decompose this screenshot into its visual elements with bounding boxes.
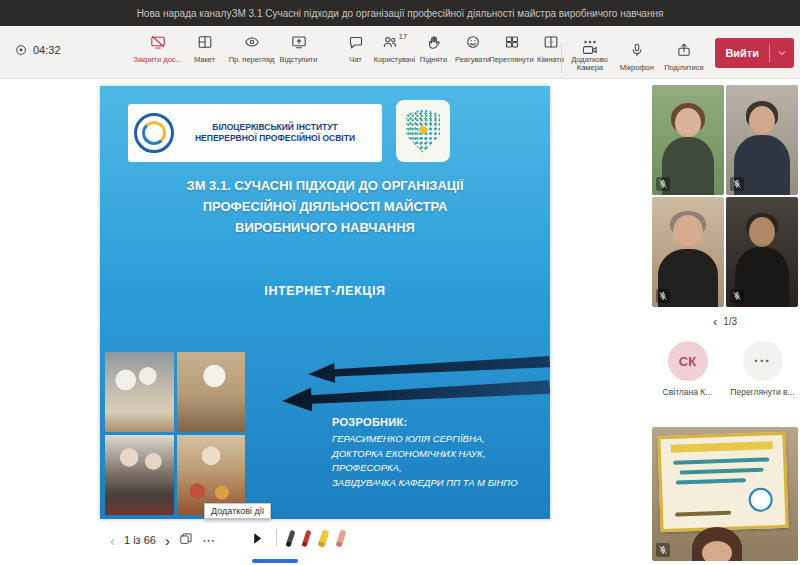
participant-face [675,108,701,138]
presenter-video-tile[interactable] [652,427,798,561]
participant-avatar-item[interactable]: СК Світлана К... [652,341,724,397]
leave-label: Вийти [715,47,769,59]
participant-face [749,106,775,136]
stop-sharing-button[interactable]: Закрити дос... [134,26,181,64]
present-button[interactable]: Відступити [275,26,322,64]
training-photo-1 [105,352,174,432]
meeting-title: Нова нарада каналуЗМ 3.1 Сучасні підходи… [137,8,664,19]
institute-name-line2: НЕПЕРЕРВНОЇ ПРОФЕСІЙНОЇ ОСВІТИ [174,133,376,144]
share-icon [676,42,692,58]
raise-hand-icon [426,34,442,50]
scroll-indicator[interactable] [252,559,298,563]
chevron-down-icon [776,47,788,59]
meeting-timer: 04:32 [14,43,61,57]
smiley-icon [465,34,481,50]
share-label: Поділитися [664,63,703,72]
camera-button[interactable]: Камера [566,34,613,72]
more-actions-tooltip: Додаткові дії [204,503,271,519]
window-titlebar: Нова нарада каналуЗМ 3.1 Сучасні підходи… [0,0,800,26]
pen-red-tool[interactable] [301,529,311,547]
microphone-icon [629,42,645,58]
author-line-4: ЗАВІДУВАЧКА КАФЕДРИ ПП ТА М БІНПО [332,476,544,491]
slide-grid-button[interactable] [179,532,193,548]
layout-icon [197,34,213,50]
shared-content-stage: БІЛОЦЕРКІВСЬКИЙ ІНСТИТУТ НЕПЕРЕРВНОЇ ПРО… [0,79,650,565]
react-button[interactable]: Реагувати [453,26,492,64]
participant-video-tile-3[interactable] [652,197,724,307]
meeting-timer-value: 04:32 [33,44,61,56]
share-button[interactable]: Поділитися [660,34,707,72]
annotation-tools [250,529,344,547]
institute-header-box: БІЛОЦЕРКІВСЬКИЙ ІНСТИТУТ НЕПЕРЕРВНОЇ ПРО… [128,104,382,162]
next-slide-button[interactable]: › [165,533,170,548]
author-line-3: ПРОФЕСОРКА, [332,461,544,476]
marker-pink-tool[interactable] [336,529,347,547]
training-photo-3 [105,435,174,515]
previous-slide-button[interactable]: ‹ [110,533,115,548]
private-view-button[interactable]: Пр. перегляд [228,26,275,64]
people-icon [382,34,398,50]
slides-overview-icon [179,532,193,546]
secondary-logo [396,100,450,162]
mic-muted-icon [656,543,670,557]
view-more-participants[interactable]: ··· Переглянути в... [727,341,799,397]
pointer-tool-icon[interactable] [250,531,265,546]
slide-title-line1: ЗМ 3.1. СУЧАСНІ ПІДХОДИ ДО ОРГАНІЗАЦІЇ [120,176,530,197]
raise-hand-button[interactable]: Підняти [414,26,453,64]
camera-label: Камера [577,63,603,72]
participant-video-tile-1[interactable] [652,85,724,195]
rooms-icon [543,34,559,50]
participants-button[interactable]: 17 Користувачі [375,26,414,64]
stop-sharing-icon [150,34,166,50]
toolbar-divider [561,43,562,73]
emblem-center-dot [419,126,427,134]
slide-title: ЗМ 3.1. СУЧАСНІ ПІДХОДИ ДО ОРГАНІЗАЦІЇ П… [120,176,530,238]
view-button[interactable]: Переглянути [492,26,531,64]
institute-logo [134,113,174,153]
slide-page-indicator: 1 із 66 [124,534,156,546]
video-page-previous[interactable]: ‹ [713,315,717,328]
layout-button[interactable]: Макет [181,26,228,64]
training-photo-grid [105,352,245,515]
participant-name: Світлана К... [663,387,713,397]
video-tile-grid [652,85,798,307]
microphone-button[interactable]: Мікрофон [613,34,660,72]
pen-black-tool[interactable] [285,529,295,547]
certificate-seal [748,487,773,512]
gallery-grid-icon [504,34,520,50]
mic-muted-icon [656,289,670,303]
leave-button[interactable]: Вийти [715,38,794,68]
camera-icon [582,42,598,58]
stop-sharing-label: Закрити дос... [133,55,182,64]
teams-meeting-window: Нова нарада каналуЗМ 3.1 Сучасні підходи… [0,0,800,565]
raise-hand-label: Підняти [420,55,447,64]
viewer-more-button[interactable]: ⋯ [202,533,215,548]
decorative-arrow-1 [308,352,550,385]
author-heading: РОЗРОБНИК: [332,416,544,428]
leave-options-caret[interactable] [770,47,794,59]
highlighter-yellow-tool[interactable] [318,529,330,547]
participant-video-tile-2[interactable] [726,85,798,195]
participants-label: Користувачі [374,55,415,64]
institute-logo-core [142,121,166,145]
eye-icon [244,34,260,50]
chat-button[interactable]: Чат [336,26,375,64]
chat-label: Чат [349,55,361,64]
certificate-graphic [657,432,788,532]
private-view-label: Пр. перегляд [229,55,275,64]
mic-muted-icon [730,177,744,191]
view-more-label: Переглянути в... [730,387,794,397]
presentation-slide[interactable]: БІЛОЦЕРКІВСЬКИЙ ІНСТИТУТ НЕПЕРЕРВНОЇ ПРО… [100,86,550,519]
device-controls-group: Камера Мікрофон Поділитися Вийти [557,26,794,79]
author-block: РОЗРОБНИК: ГЕРАСИМЕНКО ЮЛІЯ СЕРГІЇВНА, Д… [332,416,544,491]
presenting-controls-group: Закрити дос... Макет Пр. перегляд Відсту… [134,26,322,79]
react-label: Реагувати [455,55,490,64]
mic-muted-icon [730,289,744,303]
participants-sidebar: ‹ 1/3 СК Світлана К... ··· Переглянути в… [650,79,800,565]
participant-face [749,217,775,247]
mic-muted-icon [656,177,670,191]
institute-name-line1: БІЛОЦЕРКІВСЬКИЙ ІНСТИТУТ [174,122,376,133]
certificate-text-line [673,457,769,464]
tools-divider [276,529,277,547]
participant-video-tile-4[interactable] [726,197,798,307]
